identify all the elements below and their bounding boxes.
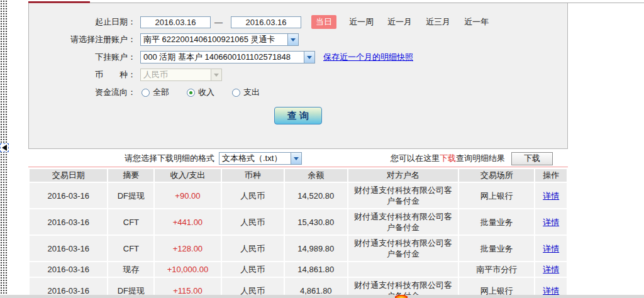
flow-option-label: 全部 — [153, 87, 169, 98]
quick-range-link-1[interactable]: 近一月 — [387, 17, 412, 26]
download-button[interactable]: 下载 — [511, 152, 553, 165]
flow-label: 资金流向： — [29, 87, 136, 98]
cell-amount: +128.00 — [155, 236, 220, 261]
cell-venue: 网上银行 — [459, 183, 534, 208]
cell-venue: 南平市分行 — [459, 262, 534, 277]
date-range-label: 起止日期： — [29, 16, 136, 28]
download-format-select[interactable]: 文本格式（.txt） — [219, 152, 302, 165]
cell-currency: 人民币 — [222, 262, 284, 277]
cell-balance: 14,861.80 — [285, 262, 347, 277]
download-row: 请您选择下载明细的格式 文本格式（.txt） 您可以在这里下载查询明细结果 下载 — [28, 151, 568, 166]
download-link[interactable]: 下载 — [440, 153, 456, 163]
currency-label: 币 种： — [29, 69, 136, 80]
chevron-down-icon[interactable] — [287, 34, 298, 45]
download-format-value: 文本格式（.txt） — [219, 153, 282, 164]
table-row: 2016-03-16CFT+441.00人民币15,430.80财付通支付科技有… — [30, 209, 567, 235]
date-to-input[interactable] — [231, 16, 301, 28]
chevron-down-icon[interactable] — [291, 153, 301, 164]
detail-link[interactable]: 详情 — [543, 218, 559, 227]
flow-options: 全部收入支出 — [142, 87, 277, 98]
flow-option-label: 支出 — [243, 87, 260, 98]
detail-link[interactable]: 详情 — [543, 191, 559, 201]
hint-prefix: 您可以在这里 — [391, 153, 440, 163]
query-form-panel: 起止日期： — 当日 近一周近一月近三月近一年 请选择注册账户： 南平 6222… — [28, 3, 568, 149]
registered-account-select[interactable]: 南平 6222001406100921065 灵通卡 — [140, 33, 299, 46]
cell-date: 2016-03-16 — [30, 262, 107, 277]
cell-currency: 人民币 — [222, 209, 284, 235]
cell-date: 2016-03-16 — [30, 236, 107, 261]
sub-account-row: 下挂账户： 000 活期 基本户 1406600101102571848 保存近… — [29, 50, 567, 64]
cell-amount: +441.00 — [155, 209, 220, 235]
cell-balance: 15,430.80 — [285, 209, 347, 235]
table-header-row: 交易日期摘要收入/支出币种余额对方户名交易场所操作 — [30, 169, 567, 182]
cell-summary: DF提现 — [108, 183, 153, 208]
chevron-down-icon[interactable] — [304, 52, 314, 63]
date-range-row: 起止日期： — 当日 近一周近一月近三月近一年 — [29, 15, 567, 29]
sub-account-select[interactable]: 000 活期 基本户 1406600101102571848 — [140, 51, 315, 63]
table-row: 2016-03-16DF提现+90.00人民币14,520.80财付通支付科技有… — [30, 183, 567, 208]
flow-option-1[interactable]: 收入 — [187, 87, 214, 98]
column-header-amount: 收入/支出 — [155, 169, 220, 182]
column-header-action: 操作 — [535, 169, 567, 182]
cell-amount: +90.00 — [155, 183, 220, 208]
query-button[interactable]: 查 询 — [274, 107, 322, 124]
transactions-table: 交易日期摘要收入/支出币种余额对方户名交易场所操作 2016-03-16DF提现… — [28, 167, 568, 298]
cell-date: 2016-03-16 — [30, 209, 107, 235]
cell-venue: 批量业务 — [459, 209, 534, 235]
quick-range-link-0[interactable]: 近一周 — [349, 17, 374, 26]
cell-date: 2016-03-16 — [30, 183, 107, 208]
cell-balance: 14,989.80 — [285, 236, 347, 261]
sub-account-value: 000 活期 基本户 1406600101102571848 — [141, 52, 291, 63]
collapse-panel-button[interactable] — [0, 143, 9, 152]
cell-amount: +10,000.00 — [155, 262, 220, 277]
cell-summary: CFT — [108, 209, 153, 235]
flow-row: 资金流向： 全部收入支出 — [29, 86, 567, 99]
cell-venue: 批量业务 — [459, 236, 534, 261]
save-snapshot-link[interactable]: 保存近一个月的明细快照 — [323, 52, 413, 63]
date-separator: — — [214, 18, 223, 27]
flow-option-0[interactable]: 全部 — [142, 87, 169, 98]
page: 起止日期： — 当日 近一周近一月近三月近一年 请选择注册账户： 南平 6222… — [0, 0, 644, 298]
table-row: 2016-03-16现存+10,000.00人民币14,861.80南平市分行详… — [30, 262, 567, 277]
chevron-down-icon — [211, 69, 221, 80]
left-triangle-icon — [2, 145, 7, 151]
flow-option-2[interactable]: 支出 — [232, 87, 260, 98]
quick-range-links: 近一周近一月近三月近一年 — [349, 16, 502, 28]
column-header-balance: 余额 — [285, 169, 347, 182]
currency-value: 人民币 — [141, 69, 168, 80]
radio-icon[interactable] — [142, 89, 150, 97]
quick-range-link-2[interactable]: 近三月 — [426, 17, 450, 26]
radio-icon[interactable] — [232, 89, 240, 97]
download-hint: 您可以在这里下载查询明细结果 — [391, 153, 505, 164]
column-header-counterparty: 对方户名 — [348, 169, 458, 182]
registered-account-label: 请选择注册账户： — [29, 34, 136, 45]
cell-currency: 人民币 — [222, 183, 284, 208]
hint-suffix: 查询明细结果 — [456, 153, 505, 163]
cell-counterparty: 财付通支付科技有限公司客户备付金 — [348, 236, 458, 261]
flow-option-label: 收入 — [198, 87, 214, 98]
currency-row: 币 种： 人民币 — [29, 68, 567, 82]
query-button-row: 查 询 — [29, 107, 567, 124]
column-header-venue: 交易场所 — [459, 169, 534, 182]
sub-account-label: 下挂账户： — [29, 52, 136, 63]
date-from-input[interactable] — [140, 16, 211, 28]
radio-checked-icon[interactable] — [187, 89, 195, 97]
table-row: 2016-03-16CFT+128.00人民币14,989.80财付通支付科技有… — [30, 236, 567, 261]
detail-link[interactable]: 详情 — [543, 244, 559, 253]
detail-link[interactable]: 详情 — [543, 286, 559, 295]
cell-currency: 人民币 — [222, 236, 284, 261]
currency-select: 人民币 — [140, 69, 222, 81]
column-header-currency: 币种 — [222, 169, 284, 182]
registered-account-value: 南平 6222001406100921065 灵通卡 — [141, 34, 275, 45]
registered-account-row: 请选择注册账户： 南平 6222001406100921065 灵通卡 — [29, 33, 567, 47]
cell-balance: 14,520.80 — [285, 183, 347, 208]
transactions-tbody: 2016-03-16DF提现+90.00人民币14,520.80财付通支付科技有… — [30, 183, 567, 298]
cell-counterparty — [348, 262, 458, 277]
cell-summary: 现存 — [108, 262, 153, 277]
quick-range-link-3[interactable]: 近一年 — [464, 17, 489, 26]
cell-summary: CFT — [108, 236, 153, 261]
column-header-summary: 摘要 — [108, 169, 153, 182]
cell-counterparty: 财付通支付科技有限公司客户备付金 — [348, 183, 458, 208]
detail-link[interactable]: 详情 — [543, 265, 559, 274]
today-badge[interactable]: 当日 — [311, 15, 336, 29]
